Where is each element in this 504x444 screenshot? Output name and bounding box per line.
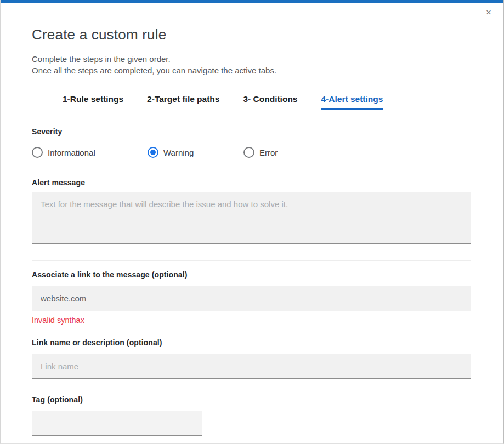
- tab-target-file-paths[interactable]: 2-Target file paths: [147, 94, 219, 110]
- alert-message-label: Alert message: [32, 178, 471, 187]
- create-custom-rule-dialog: × Create a custom rule Complete the step…: [0, 0, 504, 444]
- radio-circle-icon[interactable]: [32, 147, 43, 158]
- associate-link-input[interactable]: [32, 286, 471, 311]
- page-title: Create a custom rule: [32, 26, 471, 43]
- tab-alert-settings[interactable]: 4-Alert settings: [321, 94, 383, 110]
- section-divider: [32, 260, 471, 261]
- step-tabs: 1-Rule settings 2-Target file paths 3- C…: [63, 94, 471, 110]
- severity-label: Severity: [32, 127, 471, 136]
- dialog-content: Create a custom rule Complete the steps …: [1, 26, 503, 436]
- radio-circle-icon[interactable]: [243, 147, 254, 158]
- dialog-instructions: Complete the steps in the given order. O…: [32, 53, 471, 76]
- link-name-input[interactable]: [32, 354, 471, 379]
- tab-rule-settings[interactable]: 1-Rule settings: [63, 94, 123, 110]
- radio-circle-selected-icon[interactable]: [148, 147, 158, 158]
- radio-warning-label: Warning: [163, 148, 194, 157]
- close-icon[interactable]: ×: [483, 7, 495, 19]
- severity-radio-group: Informational Warning Error: [32, 147, 471, 158]
- tag-label: Tag (optional): [32, 395, 471, 404]
- radio-informational[interactable]: Informational: [32, 147, 148, 158]
- instructions-line-1: Complete the steps in the given order.: [32, 53, 471, 65]
- radio-error-label: Error: [259, 148, 278, 157]
- tag-input[interactable]: [32, 411, 202, 436]
- radio-warning[interactable]: Warning: [148, 147, 243, 158]
- link-name-label: Link name or description (optional): [32, 338, 471, 347]
- tab-conditions[interactable]: 3- Conditions: [243, 94, 297, 110]
- alert-message-textarea[interactable]: [32, 192, 471, 244]
- associate-link-label: Associate a link to the message (optiona…: [32, 270, 471, 279]
- radio-informational-label: Informational: [48, 148, 95, 157]
- instructions-line-2: Once all the steps are completed, you ca…: [32, 65, 471, 76]
- dialog-top-accent-bar: [1, 0, 503, 3]
- link-error-message: Invalid synthax: [32, 316, 471, 325]
- radio-error[interactable]: Error: [243, 147, 278, 158]
